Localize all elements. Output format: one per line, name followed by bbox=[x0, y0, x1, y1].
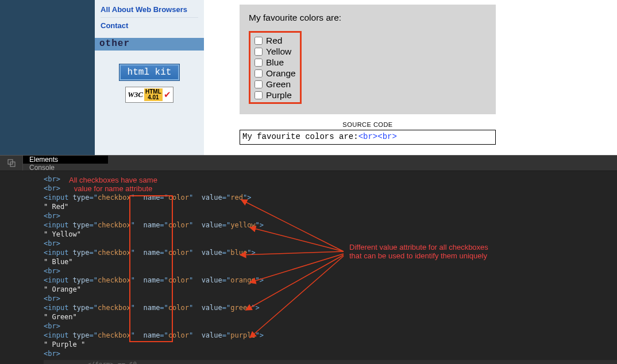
code-text-red[interactable]: " Red" bbox=[44, 202, 617, 211]
color-form-panel: My favourite colors are: Red Yellow Blue… bbox=[240, 5, 496, 114]
label-red: Red bbox=[266, 36, 282, 46]
devtools-panel: ElementsConsoleSourcesNetworkPerformance… bbox=[0, 155, 617, 364]
checkbox-highlight-box: Red Yellow Blue Orange Green Purple bbox=[249, 31, 302, 104]
color-option-red[interactable]: Red bbox=[254, 36, 296, 46]
label-orange: Orange bbox=[266, 68, 296, 79]
label-green: Green bbox=[266, 79, 291, 90]
checkbox-blue[interactable] bbox=[254, 59, 263, 67]
source-code-heading: SOURCE CODE bbox=[240, 121, 496, 128]
annotation-diff-value: Different value attribute for all checkb… bbox=[349, 243, 488, 260]
badge-w3c-html401[interactable]: W3C HTML 4.01 ✔ bbox=[125, 87, 173, 103]
code-form-close[interactable]: </form> == $0 bbox=[44, 360, 617, 364]
code-br[interactable]: <br> bbox=[44, 211, 617, 220]
code-input-purple[interactable]: <input type="checkbox" name="color" valu… bbox=[44, 331, 617, 340]
color-option-blue[interactable]: Blue bbox=[254, 57, 296, 68]
checkbox-orange[interactable] bbox=[254, 69, 263, 78]
sidebar-section-other: other bbox=[95, 38, 204, 51]
code-text-green[interactable]: " Green" bbox=[44, 312, 617, 322]
annotation-same-name: All checkboxes have same value for name … bbox=[69, 176, 157, 193]
code-input-blue[interactable]: <input type="checkbox" name="color" valu… bbox=[44, 248, 617, 257]
inspect-icon[interactable] bbox=[0, 156, 23, 171]
sidebar: All About Web Browsers Contact other htm… bbox=[95, 0, 204, 155]
code-input-green[interactable]: <input type="checkbox" name="color" valu… bbox=[44, 303, 617, 312]
color-option-orange[interactable]: Orange bbox=[254, 68, 296, 79]
color-option-yellow[interactable]: Yellow bbox=[254, 47, 296, 57]
source-text: My favourite colors are: bbox=[242, 132, 358, 141]
source-br-tags: <br><br> bbox=[358, 132, 397, 141]
checkbox-yellow[interactable] bbox=[254, 48, 263, 56]
devtools-tab-console[interactable]: Console bbox=[23, 164, 108, 172]
checkbox-red[interactable] bbox=[254, 37, 263, 45]
code-text-yellow[interactable]: " Yellow" bbox=[44, 230, 617, 239]
label-yellow: Yellow bbox=[266, 47, 291, 57]
badge-htmlkit[interactable]: html kit bbox=[119, 64, 180, 81]
color-option-purple[interactable]: Purple bbox=[254, 90, 296, 100]
devtools-tabbar: ElementsConsoleSourcesNetworkPerformance… bbox=[0, 155, 617, 171]
checkbox-green[interactable] bbox=[254, 80, 263, 88]
form-prompt: My favourite colors are: bbox=[249, 13, 487, 23]
source-code-box: My favourite colors are:<br><br> bbox=[240, 130, 496, 145]
sidebar-link-browsers[interactable]: All About Web Browsers bbox=[101, 2, 198, 17]
page-gutter bbox=[0, 0, 95, 155]
code-br[interactable]: <br> bbox=[44, 322, 617, 331]
devtools-elements-body[interactable]: <br><br><input type="checkbox" name="col… bbox=[0, 171, 617, 364]
code-br[interactable]: <br> bbox=[44, 266, 617, 276]
label-blue: Blue bbox=[266, 57, 284, 68]
code-br[interactable]: <br> bbox=[44, 294, 617, 303]
sidebar-link-contact[interactable]: Contact bbox=[101, 17, 198, 33]
page-content: My favourite colors are: Red Yellow Blue… bbox=[204, 0, 617, 155]
code-text-purple[interactable]: " Purple " bbox=[44, 340, 617, 349]
w3c-logo-text: W3C bbox=[128, 90, 143, 99]
code-input-red[interactable]: <input type="checkbox" name="color" valu… bbox=[44, 193, 617, 202]
checkmark-icon: ✔ bbox=[164, 90, 171, 100]
code-text-blue[interactable]: " Blue" bbox=[44, 257, 617, 266]
code-br[interactable]: <br> bbox=[44, 349, 617, 358]
w3c-ver-label: 4.01 bbox=[145, 95, 161, 100]
code-text-orange[interactable]: " Orange" bbox=[44, 285, 617, 294]
checkbox-purple[interactable] bbox=[254, 91, 263, 99]
code-br[interactable]: <br> bbox=[44, 239, 617, 248]
color-option-green[interactable]: Green bbox=[254, 79, 296, 90]
code-input-orange[interactable]: <input type="checkbox" name="color" valu… bbox=[44, 276, 617, 285]
label-purple: Purple bbox=[266, 90, 292, 100]
code-input-yellow[interactable]: <input type="checkbox" name="color" valu… bbox=[44, 220, 617, 230]
devtools-tab-elements[interactable]: Elements bbox=[23, 156, 108, 164]
